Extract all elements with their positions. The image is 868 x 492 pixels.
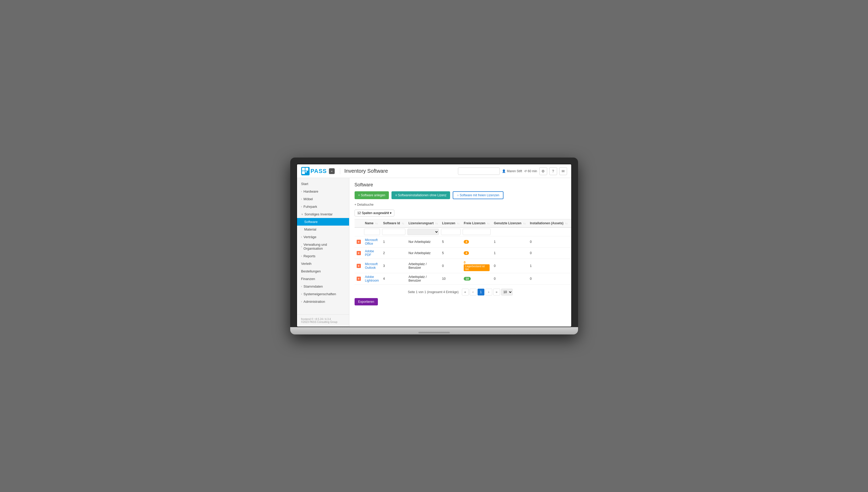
search-input[interactable] <box>458 168 500 175</box>
row-icon-cell: 🖥 <box>354 273 363 285</box>
help-button[interactable]: ? <box>549 167 557 175</box>
col-checkbox <box>354 219 363 228</box>
sidebar-label-verleih: Verleih <box>301 262 312 266</box>
no-license-button[interactable]: ≡ Softwareinstallationen ohne Lizenz <box>392 191 450 199</box>
sidebar-item-vertrage[interactable]: › Verträge <box>297 233 349 241</box>
cell-id: 3 <box>381 259 406 273</box>
sidebar-label-systemeigenschaften: Systemeigenschaften <box>303 292 336 296</box>
sidebar-label-mobel: Möbel <box>303 197 313 201</box>
software-name-link[interactable]: Microsoft Outlook <box>365 262 378 270</box>
col-installations-assets[interactable]: Installationen (Assets) ↑↓ <box>528 219 570 228</box>
column-select-button[interactable]: 12 Spalten ausgewählt ▾ <box>354 210 395 216</box>
user-info: 👤 Maren Stift <box>502 169 522 173</box>
free-license-button[interactable]: ○ Software mit freien Lizenzen <box>453 191 503 199</box>
sidebar-item-reports[interactable]: › Reports <box>297 252 349 260</box>
cell-license-type: Nur Arbeitsplatz <box>406 248 440 259</box>
laptop-frame: PASS « Inventory Software 👤 Maren Stift … <box>290 157 578 335</box>
filter-id-input[interactable] <box>382 229 405 235</box>
filter-license-type <box>406 227 440 236</box>
laptop-screen: PASS « Inventory Software 👤 Maren Stift … <box>297 164 572 327</box>
software-name-link[interactable]: Adobe PDF <box>365 249 374 257</box>
chevron-right-icon: › <box>301 236 302 239</box>
export-button[interactable]: Exportieren <box>354 298 378 305</box>
filter-name <box>363 227 381 236</box>
user-icon: 👤 <box>502 169 506 173</box>
sidebar-item-software[interactable]: Software <box>297 218 349 226</box>
sidebar-item-verleih[interactable]: Verleih <box>297 260 349 268</box>
sidebar-item-administration[interactable]: › Administration <box>297 298 349 305</box>
sidebar-label-finanzen: Finanzen <box>301 277 315 281</box>
page-size-select[interactable]: 10 25 50 <box>501 289 513 295</box>
detail-search-toggle[interactable]: + Detailsuche <box>354 203 566 206</box>
free-license-badge: 4 <box>464 240 469 244</box>
row-icon-cell: 🖥 <box>354 248 363 259</box>
cell-used: 0 <box>492 273 528 285</box>
page-title: Inventory Software <box>340 168 458 174</box>
sidebar-item-bestellungen[interactable]: Bestellungen <box>297 268 349 275</box>
content-title: Software <box>354 182 566 188</box>
sidebar-label-start: Start <box>301 182 308 186</box>
collapse-sidebar-button[interactable]: « <box>329 168 335 174</box>
row-icon-cell: 🖥 <box>354 236 363 248</box>
col-software-id[interactable]: Software Id ↑↓ <box>381 219 406 228</box>
cell-license-type: Arbeitsplatz / Benutzer <box>406 273 440 285</box>
svg-rect-1 <box>305 168 308 171</box>
topbar: PASS « Inventory Software 👤 Maren Stift … <box>297 164 571 178</box>
cell-inst-assets: 0 <box>528 273 570 285</box>
timer-info: ↺ 60 min <box>524 169 537 173</box>
filter-name-input[interactable] <box>364 229 380 235</box>
sidebar-item-finanzen[interactable]: Finanzen <box>297 275 349 282</box>
sidebar-item-stammdaten[interactable]: › Stammdaten <box>297 282 349 290</box>
cell-id: 1 <box>381 236 406 248</box>
table-row: 🖥 Adobe Lightroom 4 Arbeitsplatz / Benut… <box>354 273 571 285</box>
add-software-button[interactable]: + Software anlegen <box>354 191 389 199</box>
col-used-licenses[interactable]: Genutzte Lizenzen ↑↓ <box>492 219 528 228</box>
last-page-button[interactable]: » <box>493 289 500 295</box>
cell-used: 0 <box>492 259 528 273</box>
col-name[interactable]: Name ↑↓ <box>363 219 381 228</box>
cell-license-type: Arbeitsplatz / Benutzer <box>406 259 440 273</box>
sidebar-item-hardware[interactable]: › Hardware <box>297 188 349 195</box>
cell-free-licenses: 4 <box>462 248 492 259</box>
sidebar-label-hardware: Hardware <box>303 190 318 193</box>
chevron-right-icon: › <box>301 245 302 248</box>
filter-inst-assets <box>528 227 570 236</box>
first-page-button[interactable]: « <box>462 289 469 295</box>
sidebar-item-start[interactable]: Start <box>297 180 349 188</box>
sidebar-item-sonstiges[interactable]: ∨ Sonstiges Inventar <box>297 211 349 218</box>
pagination-info: Seite 1 von 1 (insgesamt 4 Einträge) <box>408 290 458 294</box>
filter-license-type-select[interactable] <box>407 229 439 235</box>
software-name-link[interactable]: Microsoft Office <box>365 238 378 245</box>
prev-page-button[interactable]: ‹ <box>470 289 476 295</box>
filter-free-licenses-input[interactable] <box>463 229 491 235</box>
sidebar-item-mobel[interactable]: › Möbel <box>297 195 349 203</box>
software-name-link[interactable]: Adobe Lightroom <box>365 275 379 282</box>
col-installations-users[interactable]: Installationen (Benutzer) ↑↓ <box>570 219 571 228</box>
sidebar-label-vertrage: Verträge <box>303 235 316 239</box>
cell-licenses: 0 <box>440 259 462 273</box>
mail-button[interactable]: ✉ <box>559 167 567 175</box>
next-page-button[interactable]: › <box>486 289 492 295</box>
sidebar-item-material[interactable]: Material <box>297 226 349 233</box>
free-license-badge: 10 <box>464 277 471 280</box>
col-free-licenses[interactable]: Freie Lizenzen ↑↓ <box>462 219 492 228</box>
filter-licenses-input[interactable] <box>441 229 461 235</box>
logo-text: PASS <box>311 168 327 175</box>
svg-rect-2 <box>302 171 305 174</box>
row-icon: 🖥 <box>357 264 361 268</box>
free-count: 0 <box>464 261 466 264</box>
current-page-button[interactable]: 1 <box>477 289 485 295</box>
filter-licenses <box>440 227 462 236</box>
main-layout: Start › Hardware › Möbel › Fuhrpark <box>297 178 571 327</box>
filter-free-licenses <box>462 227 492 236</box>
sidebar-item-verwaltung[interactable]: › Verwaltung und Organisation <box>297 241 349 252</box>
col-licenses[interactable]: Lizenzen ↑↓ <box>440 219 462 228</box>
cell-license-type: Nur Arbeitsplatz <box>406 236 440 248</box>
col-license-type[interactable]: Lizensierungsart ↑↓ <box>406 219 440 228</box>
cell-licenses: 5 <box>440 248 462 259</box>
pagination: Seite 1 von 1 (insgesamt 4 Einträge) « ‹… <box>354 289 566 295</box>
sidebar-item-fuhrpark[interactable]: › Fuhrpark <box>297 203 349 211</box>
settings-button[interactable]: ⚙ <box>539 167 547 175</box>
sidebar-item-systemeigenschaften[interactable]: › Systemeigenschaften <box>297 290 349 298</box>
chevron-right-icon: › <box>301 198 302 200</box>
